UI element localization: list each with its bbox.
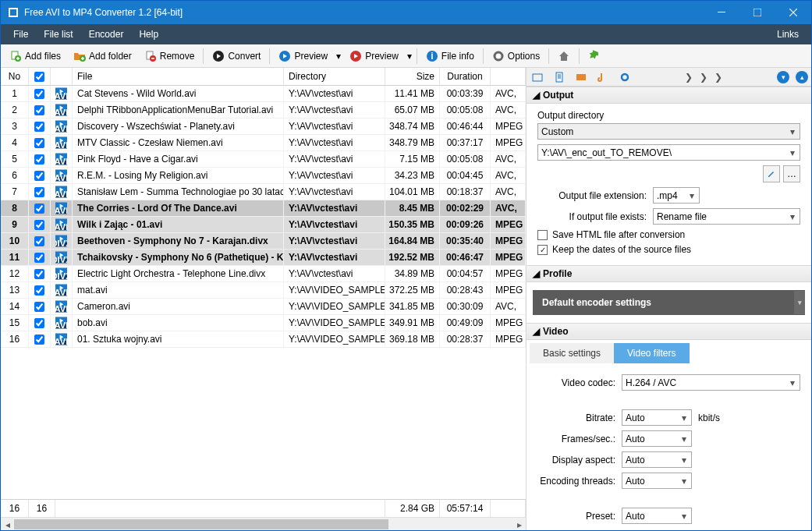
- fps-combo[interactable]: Auto▾: [622, 430, 692, 447]
- cell-check[interactable]: [29, 282, 51, 298]
- close-button[interactable]: [775, 1, 811, 24]
- col-icon[interactable]: [51, 68, 73, 85]
- menu-links[interactable]: Links: [769, 27, 807, 42]
- cell-check[interactable]: [29, 200, 51, 216]
- tab-basic-settings[interactable]: Basic settings: [530, 343, 614, 363]
- preview-2-button[interactable]: Preview: [344, 48, 404, 65]
- section-video-head[interactable]: ◢Video: [527, 323, 811, 340]
- expand-chevrons[interactable]: ❯ ❯ ❯: [636, 72, 774, 83]
- keep-dates-checkbox[interactable]: ✓: [537, 245, 548, 255]
- collapse-up-icon[interactable]: ▴: [796, 71, 808, 83]
- section-profile-head[interactable]: ◢Profile: [527, 265, 811, 282]
- col-no[interactable]: No: [1, 68, 29, 85]
- table-row[interactable]: 3AVIDiscovery - Wszechświat - Planety.av…: [1, 119, 526, 135]
- tab-audio-icon[interactable]: [592, 68, 614, 87]
- tab-video-filters[interactable]: Video filters: [614, 343, 689, 363]
- video-codec-combo[interactable]: H.264 / AVC▾: [622, 374, 800, 391]
- table-row[interactable]: 5AVIPink Floyd - Have a Cigar.aviY:\AV\v…: [1, 151, 526, 168]
- bitrate-combo[interactable]: Auto▾: [622, 409, 692, 426]
- preview-2-dropdown[interactable]: ▾: [406, 51, 413, 62]
- table-row[interactable]: 8AVIThe Corries - Lord Of The Dance.aviY…: [1, 200, 526, 217]
- keep-dates-checkbox-row[interactable]: ✓ Keep the dates of the source files: [537, 244, 800, 255]
- options-button[interactable]: Options: [487, 48, 545, 65]
- cell-check[interactable]: [29, 299, 51, 314]
- cell-check[interactable]: [29, 250, 51, 265]
- menu-help[interactable]: Help: [131, 27, 166, 42]
- preset-combo[interactable]: Auto▾: [622, 508, 692, 524]
- maximize-button[interactable]: [739, 1, 775, 24]
- table-row[interactable]: 4AVIMTV Classic - Czesław Niemen.aviY:\A…: [1, 135, 526, 151]
- menu-file[interactable]: File: [5, 27, 36, 42]
- cell-check[interactable]: [29, 266, 51, 281]
- section-output-head[interactable]: ◢Output: [527, 87, 811, 104]
- table-row[interactable]: 1AVICat Stevens - Wild World.aviY:\AV\vc…: [1, 86, 526, 102]
- table-row[interactable]: 10DIVXBeethoven - Symphony No 7 - Karaja…: [1, 233, 526, 250]
- right-panel-body[interactable]: ◢Output Output directory Custom▾ Y:\AV\_…: [527, 87, 811, 530]
- pin-icon: [588, 50, 601, 62]
- scroll-right-arrow[interactable]: ▸: [512, 518, 526, 530]
- cell-check[interactable]: [29, 217, 51, 232]
- collapse-down-icon[interactable]: ▾: [777, 71, 789, 83]
- save-html-checkbox[interactable]: [537, 230, 548, 240]
- table-row[interactable]: 16AVI01. Sztuka wojny.aviY:\AV\VIDEO_SAM…: [1, 331, 526, 348]
- table-row[interactable]: 14AVICameron.aviY:\AV\VIDEO_SAMPLES\...3…: [1, 299, 526, 315]
- table-row[interactable]: 9AVIWilk i Zając - 01.aviY:\AV\vctest\av…: [1, 217, 526, 233]
- col-duration[interactable]: Duration: [440, 68, 491, 85]
- col-directory[interactable]: Directory: [284, 68, 385, 85]
- table-row[interactable]: 6AVIR.E.M. - Losing My Religion.aviY:\AV…: [1, 168, 526, 184]
- output-ext-combo[interactable]: .mp4▾: [653, 187, 700, 204]
- table-row[interactable]: 7AVIStanisław Lem - Summa Technologiae p…: [1, 184, 526, 200]
- save-html-checkbox-row[interactable]: Save HTML file after conversion: [537, 229, 800, 240]
- cell-check[interactable]: [29, 168, 51, 183]
- tab-doc-icon[interactable]: [548, 68, 570, 87]
- file-exists-combo[interactable]: Rename file▾: [653, 208, 800, 225]
- preview-icon: [278, 50, 291, 62]
- table-row[interactable]: 13AVImat.aviY:\AV\VIDEO_SAMPLES\...372.2…: [1, 282, 526, 299]
- col-vcodec[interactable]: [491, 68, 526, 85]
- cell-check[interactable]: [29, 119, 51, 134]
- preview-1-dropdown[interactable]: ▾: [335, 51, 342, 62]
- cell-check[interactable]: [29, 233, 51, 249]
- cell-check[interactable]: [29, 331, 51, 347]
- edit-path-button[interactable]: [763, 165, 780, 182]
- scroll-left-arrow[interactable]: ◂: [1, 518, 14, 530]
- col-size[interactable]: Size: [385, 68, 440, 85]
- grid-body[interactable]: 1AVICat Stevens - Wild World.aviY:\AV\vc…: [1, 86, 526, 499]
- home-button[interactable]: [552, 48, 576, 65]
- header-checkbox[interactable]: [34, 72, 44, 82]
- table-row[interactable]: 15AVIbob.aviY:\AV\VIDEO_SAMPLES\...349.9…: [1, 315, 526, 331]
- cell-check[interactable]: [29, 135, 51, 150]
- cell-check[interactable]: [29, 151, 51, 167]
- horizontal-scrollbar[interactable]: ◂ ▸: [1, 517, 526, 530]
- add-folder-button[interactable]: Add folder: [68, 48, 137, 65]
- file-info-button[interactable]: i File info: [420, 48, 480, 65]
- convert-button[interactable]: Convert: [207, 48, 266, 65]
- cell-check[interactable]: [29, 102, 51, 118]
- tab-folder-icon[interactable]: [527, 68, 548, 87]
- tab-gear-icon[interactable]: [614, 68, 636, 87]
- table-row[interactable]: 11DIVXTchaikovsky - Symphony No 6 (Pathe…: [1, 250, 526, 266]
- browse-path-button[interactable]: …: [783, 165, 800, 182]
- preview-1-button[interactable]: Preview: [273, 48, 333, 65]
- table-row[interactable]: 12DIVXElectric Light Orchestra - Telepho…: [1, 266, 526, 282]
- pin-button[interactable]: [583, 48, 606, 65]
- remove-button[interactable]: Remove: [139, 48, 200, 65]
- profile-selector[interactable]: Default encoder settings ▾: [533, 290, 805, 315]
- add-files-button[interactable]: Add files: [4, 48, 66, 65]
- minimize-button[interactable]: [704, 1, 739, 24]
- cell-check[interactable]: [29, 315, 51, 331]
- menu-file-list[interactable]: File list: [36, 27, 80, 42]
- cell-size: 192.52 MB: [385, 250, 440, 265]
- output-dir-combo[interactable]: Custom▾: [537, 123, 800, 140]
- scroll-thumb[interactable]: [14, 519, 388, 529]
- col-file[interactable]: File: [73, 68, 284, 85]
- tab-video-icon[interactable]: [570, 68, 592, 87]
- cell-check[interactable]: [29, 86, 51, 101]
- menu-encoder[interactable]: Encoder: [81, 27, 132, 42]
- table-row[interactable]: 2AVIDelphi TRibbonApplicationMenuBar Tut…: [1, 102, 526, 119]
- cell-check[interactable]: [29, 184, 51, 200]
- aspect-combo[interactable]: Auto▾: [622, 451, 692, 468]
- output-path-combo[interactable]: Y:\AV\_enc_out_TO_REMOVE\▾: [537, 144, 800, 161]
- threads-combo[interactable]: Auto▾: [622, 473, 692, 489]
- col-check[interactable]: [29, 68, 51, 85]
